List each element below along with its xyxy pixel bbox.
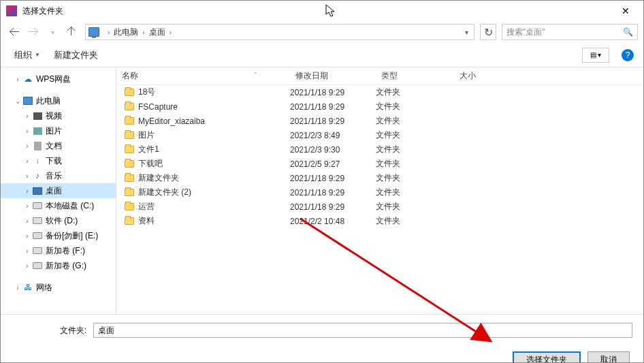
folder-tree[interactable]: ›☁WPS网盘 ⌄此电脑 ›视频 ›图片 ›文档 ›↓下载 ›♪音乐 ›桌面 ›… (1, 67, 116, 314)
file-name: 18号 (138, 86, 155, 98)
file-type: 文件夹 (376, 215, 454, 227)
drive-icon (33, 247, 42, 254)
network-icon: 🖧 (22, 282, 33, 293)
tree-item-wps[interactable]: ›☁WPS网盘 (1, 72, 116, 86)
folder-icon (125, 174, 134, 182)
tree-item-drive-d[interactable]: ›软件 (D:) (1, 213, 116, 228)
forward-button[interactable]: 🡢 (25, 24, 42, 40)
expand-icon[interactable]: › (22, 232, 32, 240)
file-date: 2021/1/18 9:29 (290, 202, 376, 212)
folder-icon (125, 146, 134, 153)
file-name: 图片 (138, 129, 155, 141)
up-button[interactable]: 🡡 (63, 24, 80, 40)
tree-item-documents[interactable]: ›文档 (1, 138, 116, 153)
expand-icon[interactable]: › (13, 284, 22, 291)
tree-item-drive-e[interactable]: ›备份[勿删] (E:) (1, 228, 116, 243)
tree-item-video[interactable]: ›视频 (1, 108, 116, 123)
address-dropdown[interactable]: ▾ (462, 29, 471, 36)
collapse-icon[interactable]: ⌄ (13, 97, 22, 105)
expand-icon[interactable]: › (22, 262, 32, 270)
file-type: 文件夹 (376, 172, 454, 184)
view-mode-button[interactable]: ▤ ▾ (582, 48, 609, 63)
expand-icon[interactable]: › (22, 127, 32, 135)
table-row[interactable]: 文件12021/2/3 9:30文件夹 (116, 142, 643, 157)
folder-icon (125, 103, 134, 110)
column-name[interactable]: 名称ˆ (116, 67, 290, 84)
new-folder-button[interactable]: 新建文件夹 (50, 46, 102, 64)
search-input[interactable]: 搜索"桌面" 🔍 (502, 24, 638, 40)
file-date: 2021/2/2 10:48 (290, 217, 376, 226)
expand-icon[interactable]: › (22, 172, 32, 180)
file-name: MyEditor_xiazaiba (138, 116, 205, 126)
column-date[interactable]: 修改日期 (290, 67, 376, 84)
file-type: 文件夹 (376, 158, 454, 170)
column-type[interactable]: 类型 (376, 67, 454, 84)
cloud-icon: ☁ (22, 74, 33, 84)
table-row[interactable]: 图片2021/2/3 8:49文件夹 (116, 128, 643, 142)
folder-icon (125, 203, 134, 210)
table-row[interactable]: 资料2021/2/2 10:48文件夹 (116, 214, 643, 228)
file-name: 下载吧 (138, 158, 163, 170)
table-row[interactable]: 18号2021/1/18 9:29文件夹 (116, 85, 643, 99)
expand-icon[interactable]: › (22, 247, 32, 255)
search-icon: 🔍 (623, 27, 633, 37)
content-area: ›☁WPS网盘 ⌄此电脑 ›视频 ›图片 ›文档 ›↓下载 ›♪音乐 ›桌面 ›… (1, 67, 643, 314)
folder-icon (125, 217, 134, 225)
pictures-icon (33, 127, 42, 135)
chevron-right-icon: › (170, 29, 172, 36)
tree-item-desktop[interactable]: ›桌面 (1, 183, 116, 198)
organize-menu[interactable]: 组织▼ (10, 46, 44, 64)
expand-icon[interactable]: › (13, 76, 22, 83)
tree-item-pictures[interactable]: ›图片 (1, 123, 116, 138)
recent-dropdown[interactable]: ▾ (44, 24, 61, 40)
close-button[interactable]: ✕ (613, 3, 638, 19)
table-row[interactable]: 运营2021/1/18 9:29文件夹 (116, 200, 643, 214)
tree-item-downloads[interactable]: ›↓下载 (1, 153, 116, 168)
expand-icon[interactable]: › (22, 217, 32, 225)
breadcrumb-item[interactable]: 桌面 (149, 27, 165, 38)
expand-icon[interactable]: › (22, 112, 32, 120)
help-button[interactable]: ? (622, 49, 634, 61)
expand-icon[interactable]: › (22, 187, 32, 195)
tree-item-pc[interactable]: ⌄此电脑 (1, 93, 116, 108)
tree-item-music[interactable]: ›♪音乐 (1, 168, 116, 183)
folder-icon (125, 160, 134, 168)
folder-input[interactable] (93, 323, 632, 338)
tree-item-network[interactable]: ›🖧网络 (1, 280, 116, 295)
drive-icon (33, 232, 42, 239)
desktop-icon (33, 187, 42, 195)
tree-item-drive-c[interactable]: ›本地磁盘 (C:) (1, 198, 116, 213)
file-date: 2021/2/3 9:30 (290, 145, 376, 155)
button-row: 选择文件夹 取消 (12, 351, 632, 363)
toolbar: 组织▼ 新建文件夹 ▤ ▾ ? (1, 43, 643, 67)
breadcrumb-root[interactable]: 此电脑 (114, 27, 138, 38)
table-row[interactable]: 下载吧2021/2/5 9:27文件夹 (116, 157, 643, 171)
table-row[interactable]: 新建文件夹2021/1/18 9:29文件夹 (116, 171, 643, 185)
file-date: 2021/1/18 9:29 (290, 116, 376, 126)
tree-item-drive-g[interactable]: ›新加卷 (G:) (1, 258, 116, 273)
refresh-button[interactable]: ↻ (480, 24, 496, 40)
table-row[interactable]: FSCapture2021/1/18 9:29文件夹 (116, 99, 643, 114)
file-type: 文件夹 (376, 201, 454, 212)
list-body[interactable]: 18号2021/1/18 9:29文件夹FSCapture2021/1/18 9… (116, 85, 643, 314)
address-bar[interactable]: › 此电脑 › 桌面 › ▾ (85, 24, 474, 40)
file-type: 文件夹 (376, 115, 454, 127)
folder-name-row: 文件夹: (12, 323, 632, 338)
column-size[interactable]: 大小 (454, 67, 522, 84)
table-row[interactable]: 新建文件夹 (2)2021/1/18 9:29文件夹 (116, 185, 643, 200)
file-date: 2021/1/18 9:29 (290, 88, 376, 97)
search-placeholder: 搜索"桌面" (506, 27, 623, 38)
expand-icon[interactable]: › (22, 157, 32, 165)
tree-item-drive-f[interactable]: ›新加卷 (F:) (1, 243, 116, 258)
back-button[interactable]: 🡠 (6, 24, 22, 40)
titlebar: 选择文件夹 ✕ (1, 1, 643, 21)
file-date: 2021/2/3 8:49 (290, 131, 376, 140)
cancel-button[interactable]: 取消 (587, 351, 630, 363)
select-folder-button[interactable]: 选择文件夹 (513, 351, 581, 363)
table-row[interactable]: MyEditor_xiazaiba2021/1/18 9:29文件夹 (116, 114, 643, 128)
expand-icon[interactable]: › (22, 202, 32, 210)
expand-icon[interactable]: › (22, 142, 32, 150)
file-name: FSCapture (138, 102, 178, 112)
drive-icon (33, 262, 42, 269)
chevron-right-icon: › (142, 29, 144, 36)
